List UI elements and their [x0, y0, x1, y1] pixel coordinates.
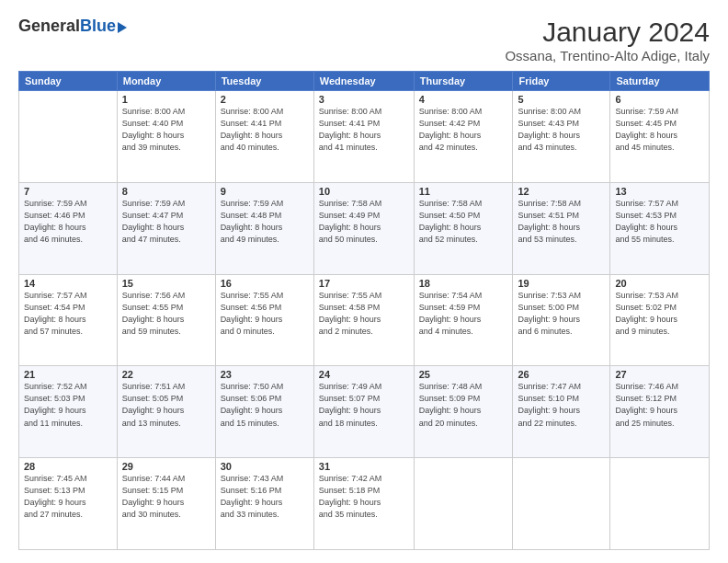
day-info: Sunrise: 7:56 AMSunset: 4:55 PMDaylight:…: [122, 290, 210, 338]
table-row: 6Sunrise: 7:59 AMSunset: 4:45 PMDaylight…: [610, 91, 710, 183]
day-info: Sunrise: 7:59 AMSunset: 4:47 PMDaylight:…: [122, 198, 210, 246]
day-number: 30: [221, 461, 309, 472]
table-row: 17Sunrise: 7:55 AMSunset: 4:58 PMDayligh…: [313, 274, 414, 366]
day-info: Sunrise: 7:44 AMSunset: 5:15 PMDaylight:…: [122, 473, 210, 521]
col-header-wednesday: Wednesday: [313, 72, 414, 91]
col-header-tuesday: Tuesday: [215, 72, 313, 91]
table-row: 3Sunrise: 8:00 AMSunset: 4:41 PMDaylight…: [313, 91, 414, 183]
day-info: Sunrise: 7:53 AMSunset: 5:00 PMDaylight:…: [518, 290, 605, 338]
day-info: Sunrise: 7:59 AMSunset: 4:46 PMDaylight:…: [24, 198, 112, 246]
day-number: 1: [122, 94, 210, 105]
day-number: 3: [319, 94, 409, 105]
col-header-friday: Friday: [513, 72, 610, 91]
day-number: 31: [319, 461, 409, 472]
table-row: 9Sunrise: 7:59 AMSunset: 4:48 PMDaylight…: [215, 182, 313, 274]
logo: General Blue: [18, 17, 127, 36]
table-row: 20Sunrise: 7:53 AMSunset: 5:02 PMDayligh…: [610, 274, 710, 366]
col-header-thursday: Thursday: [414, 72, 513, 91]
day-info: Sunrise: 8:00 AMSunset: 4:40 PMDaylight:…: [122, 106, 210, 154]
subtitle: Ossana, Trentino-Alto Adige, Italy: [505, 48, 710, 63]
day-number: 8: [122, 186, 210, 197]
day-number: 13: [615, 186, 704, 197]
day-number: 25: [419, 369, 508, 380]
table-row: 4Sunrise: 8:00 AMSunset: 4:42 PMDaylight…: [414, 91, 513, 183]
calendar-table: Sunday Monday Tuesday Wednesday Thursday…: [18, 71, 710, 550]
col-header-saturday: Saturday: [610, 72, 710, 91]
day-info: Sunrise: 7:53 AMSunset: 5:02 PMDaylight:…: [615, 290, 704, 338]
day-number: 7: [24, 186, 112, 197]
table-row: 8Sunrise: 7:59 AMSunset: 4:47 PMDaylight…: [117, 182, 215, 274]
table-row: 7Sunrise: 7:59 AMSunset: 4:46 PMDaylight…: [19, 182, 118, 274]
table-row: 31Sunrise: 7:42 AMSunset: 5:18 PMDayligh…: [313, 458, 414, 550]
day-info: Sunrise: 7:42 AMSunset: 5:18 PMDaylight:…: [319, 473, 409, 521]
table-row: 10Sunrise: 7:58 AMSunset: 4:49 PMDayligh…: [313, 182, 414, 274]
table-row: 1Sunrise: 8:00 AMSunset: 4:40 PMDaylight…: [117, 91, 215, 183]
table-row: 5Sunrise: 8:00 AMSunset: 4:43 PMDaylight…: [513, 91, 610, 183]
day-info: Sunrise: 7:55 AMSunset: 4:58 PMDaylight:…: [319, 290, 409, 338]
day-number: 26: [518, 369, 605, 380]
table-row: 23Sunrise: 7:50 AMSunset: 5:06 PMDayligh…: [215, 366, 313, 458]
day-number: 17: [319, 278, 409, 289]
table-row: 19Sunrise: 7:53 AMSunset: 5:00 PMDayligh…: [513, 274, 610, 366]
day-number: 2: [221, 94, 309, 105]
logo-arrow-icon: [118, 22, 127, 33]
day-info: Sunrise: 7:59 AMSunset: 4:48 PMDaylight:…: [221, 198, 309, 246]
table-row: 25Sunrise: 7:48 AMSunset: 5:09 PMDayligh…: [414, 366, 513, 458]
day-number: 27: [615, 369, 704, 380]
day-info: Sunrise: 7:50 AMSunset: 5:06 PMDaylight:…: [221, 381, 309, 429]
day-number: 29: [122, 461, 210, 472]
day-number: 6: [615, 94, 704, 105]
table-row: 27Sunrise: 7:46 AMSunset: 5:12 PMDayligh…: [610, 366, 710, 458]
day-info: Sunrise: 7:51 AMSunset: 5:05 PMDaylight:…: [122, 381, 210, 429]
day-number: 21: [24, 369, 112, 380]
day-number: 5: [518, 94, 605, 105]
table-row: 21Sunrise: 7:52 AMSunset: 5:03 PMDayligh…: [19, 366, 118, 458]
col-header-sunday: Sunday: [19, 72, 118, 91]
table-row: [19, 91, 118, 183]
calendar-week-5: 28Sunrise: 7:45 AMSunset: 5:13 PMDayligh…: [19, 458, 710, 550]
day-number: 11: [419, 186, 508, 197]
calendar-week-1: 1Sunrise: 8:00 AMSunset: 4:40 PMDaylight…: [19, 91, 710, 183]
table-row: 18Sunrise: 7:54 AMSunset: 4:59 PMDayligh…: [414, 274, 513, 366]
day-number: 16: [221, 278, 309, 289]
table-row: 29Sunrise: 7:44 AMSunset: 5:15 PMDayligh…: [117, 458, 215, 550]
day-info: Sunrise: 7:49 AMSunset: 5:07 PMDaylight:…: [319, 381, 409, 429]
day-number: 12: [518, 186, 605, 197]
page: General Blue January 2024 Ossana, Trenti…: [0, 0, 728, 563]
table-row: 12Sunrise: 7:58 AMSunset: 4:51 PMDayligh…: [513, 182, 610, 274]
day-info: Sunrise: 7:59 AMSunset: 4:45 PMDaylight:…: [615, 106, 704, 154]
day-number: 18: [419, 278, 508, 289]
day-info: Sunrise: 8:00 AMSunset: 4:42 PMDaylight:…: [419, 106, 508, 154]
day-number: 28: [24, 461, 112, 472]
day-info: Sunrise: 8:00 AMSunset: 4:43 PMDaylight:…: [518, 106, 605, 154]
table-row: 22Sunrise: 7:51 AMSunset: 5:05 PMDayligh…: [117, 366, 215, 458]
day-number: 20: [615, 278, 704, 289]
logo-blue-text: Blue: [80, 17, 116, 36]
day-number: 23: [221, 369, 309, 380]
main-title: January 2024: [505, 17, 710, 48]
calendar-header-row: Sunday Monday Tuesday Wednesday Thursday…: [19, 72, 710, 91]
table-row: 15Sunrise: 7:56 AMSunset: 4:55 PMDayligh…: [117, 274, 215, 366]
day-number: 4: [419, 94, 508, 105]
table-row: 24Sunrise: 7:49 AMSunset: 5:07 PMDayligh…: [313, 366, 414, 458]
col-header-monday: Monday: [117, 72, 215, 91]
day-number: 24: [319, 369, 409, 380]
day-info: Sunrise: 7:47 AMSunset: 5:10 PMDaylight:…: [518, 381, 605, 429]
day-info: Sunrise: 7:58 AMSunset: 4:49 PMDaylight:…: [319, 198, 409, 246]
day-info: Sunrise: 8:00 AMSunset: 4:41 PMDaylight:…: [221, 106, 309, 154]
table-row: [513, 458, 610, 550]
day-number: 19: [518, 278, 605, 289]
day-info: Sunrise: 8:00 AMSunset: 4:41 PMDaylight:…: [319, 106, 409, 154]
logo-general-text: General: [18, 17, 80, 36]
table-row: 30Sunrise: 7:43 AMSunset: 5:16 PMDayligh…: [215, 458, 313, 550]
day-info: Sunrise: 7:52 AMSunset: 5:03 PMDaylight:…: [24, 381, 112, 429]
day-number: 10: [319, 186, 409, 197]
day-info: Sunrise: 7:57 AMSunset: 4:53 PMDaylight:…: [615, 198, 704, 246]
table-row: 16Sunrise: 7:55 AMSunset: 4:56 PMDayligh…: [215, 274, 313, 366]
table-row: 11Sunrise: 7:58 AMSunset: 4:50 PMDayligh…: [414, 182, 513, 274]
day-number: 9: [221, 186, 309, 197]
day-info: Sunrise: 7:43 AMSunset: 5:16 PMDaylight:…: [221, 473, 309, 521]
day-number: 22: [122, 369, 210, 380]
table-row: 26Sunrise: 7:47 AMSunset: 5:10 PMDayligh…: [513, 366, 610, 458]
day-info: Sunrise: 7:46 AMSunset: 5:12 PMDaylight:…: [615, 381, 704, 429]
